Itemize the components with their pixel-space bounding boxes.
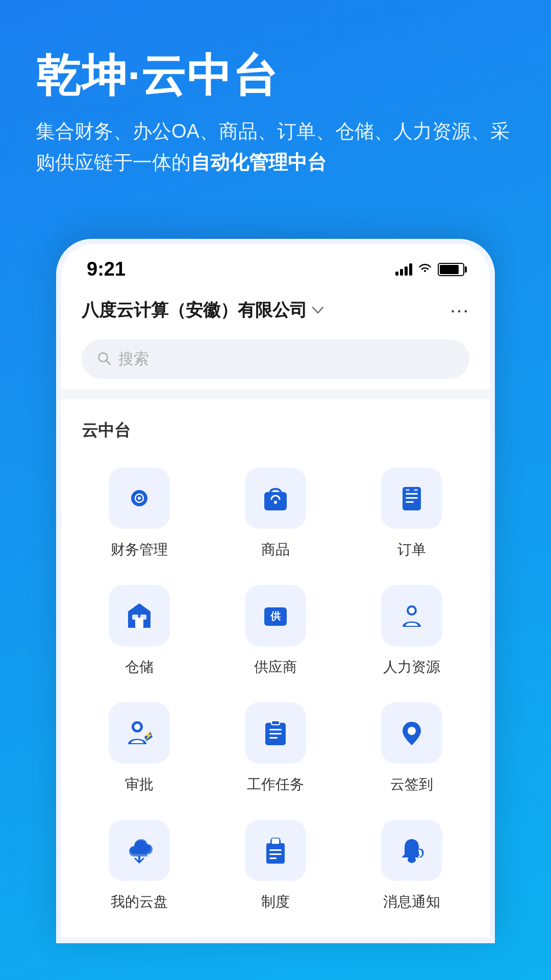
wifi-icon <box>417 261 433 278</box>
menu-item-supplier[interactable]: 供 供应商 <box>213 585 339 677</box>
svg-rect-15 <box>132 615 138 620</box>
policy-icon-box <box>245 820 306 881</box>
menu-item-checkin[interactable]: 云签到 <box>348 702 474 794</box>
menu-item-hr[interactable]: 人力资源 <box>348 585 474 677</box>
svg-rect-27 <box>269 733 282 734</box>
notify-label: 消息通知 <box>383 892 440 912</box>
svg-rect-34 <box>271 838 280 844</box>
svg-point-6 <box>274 501 277 504</box>
svg-rect-37 <box>269 857 277 859</box>
finance-icon-box <box>109 468 170 529</box>
menu-item-cloud[interactable]: 我的云盘 <box>77 820 203 912</box>
chevron-down-icon[interactable] <box>312 304 323 317</box>
menu-item-warehouse[interactable]: 仓储 <box>77 585 203 677</box>
menu-item-approval[interactable]: ⚡ 审批 <box>77 702 203 794</box>
svg-point-30 <box>408 727 416 735</box>
warehouse-label: 仓储 <box>125 657 154 677</box>
svg-rect-10 <box>406 501 414 503</box>
svg-rect-28 <box>269 737 278 739</box>
more-options-button[interactable]: ··· <box>450 301 469 320</box>
approval-icon-box: ⚡ <box>109 702 170 764</box>
phone-inner: 9:21 <box>61 244 490 938</box>
battery-icon <box>438 263 464 276</box>
menu-item-product[interactable]: 商品 <box>213 468 339 559</box>
status-icons <box>395 261 464 278</box>
svg-point-20 <box>409 607 415 614</box>
order-icon-box <box>381 468 442 529</box>
battery-fill <box>440 265 459 274</box>
supplier-icon-box: 供 <box>245 585 306 646</box>
product-icon-box <box>245 468 306 529</box>
status-bar: 9:21 <box>61 244 490 288</box>
menu-item-order[interactable]: 订单 <box>348 468 474 559</box>
checkin-icon-box <box>381 702 442 764</box>
company-label: 八度云计算（安徽）有限公司 <box>82 299 307 322</box>
signal-icon <box>395 263 412 276</box>
section-title: 云中台 <box>77 420 474 442</box>
icon-grid: 财务管理 商品 <box>77 468 474 912</box>
phone-mockup: 9:21 <box>56 239 495 943</box>
svg-rect-9 <box>406 497 418 499</box>
search-bar[interactable]: 搜索 <box>82 339 469 379</box>
svg-point-4 <box>138 497 141 500</box>
cloud-icon-box <box>109 820 170 881</box>
signal-bar-4 <box>409 263 412 276</box>
hr-icon-box <box>381 585 442 646</box>
search-placeholder: 搜索 <box>118 349 149 370</box>
app-title: 乾坤·云中台 <box>36 51 515 101</box>
signal-bar-3 <box>405 266 408 276</box>
menu-item-finance[interactable]: 财务管理 <box>77 468 203 559</box>
svg-rect-36 <box>269 853 282 855</box>
menu-item-policy[interactable]: 制度 <box>213 820 339 912</box>
main-content: 云中台 财务管理 <box>61 399 490 937</box>
checkin-label: 云签到 <box>390 775 433 794</box>
task-label: 工作任务 <box>247 775 304 794</box>
svg-rect-35 <box>269 849 282 851</box>
order-label: 订单 <box>397 540 426 559</box>
svg-text:⚡: ⚡ <box>143 730 154 740</box>
svg-rect-26 <box>269 729 282 730</box>
svg-rect-16 <box>140 615 146 620</box>
hr-label: 人力资源 <box>383 657 440 677</box>
menu-item-notify[interactable]: 消息通知 <box>348 820 474 912</box>
search-bar-container: 搜索 <box>61 332 490 389</box>
menu-item-task[interactable]: 工作任务 <box>213 702 339 794</box>
app-subtitle: 集合财务、办公OA、商品、订单、仓储、人力资源、采购供应链于一体的自动化管理中台 <box>36 116 515 178</box>
company-name[interactable]: 八度云计算（安徽）有限公司 <box>82 299 323 322</box>
supplier-label: 供应商 <box>254 657 297 677</box>
notify-icon-box <box>381 820 442 881</box>
status-time: 9:21 <box>87 258 126 280</box>
approval-label: 审批 <box>125 775 154 794</box>
product-label: 商品 <box>261 540 290 559</box>
signal-bar-2 <box>400 269 403 276</box>
svg-text:供: 供 <box>270 610 281 622</box>
finance-label: 财务管理 <box>111 540 168 559</box>
warehouse-icon-box <box>109 585 170 646</box>
task-icon-box <box>245 702 306 764</box>
header-section: 乾坤·云中台 集合财务、办公OA、商品、订单、仓储、人力资源、采购供应链于一体的… <box>0 0 551 208</box>
cloud-label: 我的云盘 <box>111 892 168 912</box>
signal-bar-1 <box>395 272 398 276</box>
subtitle-bold: 自动化管理中台 <box>191 152 327 173</box>
search-icon <box>97 351 111 368</box>
svg-rect-8 <box>406 493 418 495</box>
svg-rect-11 <box>406 489 410 491</box>
svg-rect-31 <box>138 855 140 862</box>
app-header: 八度云计算（安徽）有限公司 ··· <box>61 288 490 332</box>
svg-line-1 <box>107 360 111 364</box>
policy-label: 制度 <box>261 892 290 912</box>
svg-point-22 <box>134 724 140 730</box>
svg-rect-29 <box>271 721 280 725</box>
svg-rect-12 <box>414 489 418 491</box>
